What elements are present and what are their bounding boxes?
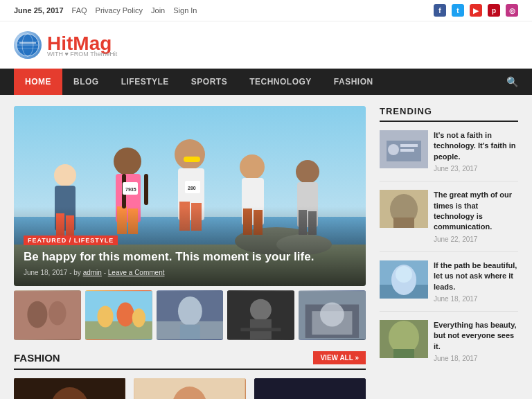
logo[interactable]: HitMag WITH ♥ FROM ThemeHit <box>14 31 117 59</box>
trending-content-2: The great myth of our times is that tech… <box>434 190 518 243</box>
svg-rect-81 <box>400 144 418 147</box>
top-bar: June 25, 2017 FAQ Privacy Policy Join Si… <box>0 0 532 21</box>
svg-rect-38 <box>14 291 81 339</box>
trending-section-title: TRENDING <box>380 106 518 122</box>
svg-point-43 <box>97 305 113 327</box>
fashion-item-2: Everything has beauty, but not everyone … <box>134 378 245 399</box>
trending-item-3: If the path be beautiful, let us not ask… <box>380 260 518 312</box>
trending-item-2: The great myth of our times is that tech… <box>380 190 518 252</box>
svg-rect-82 <box>400 149 414 152</box>
thumb-item-4[interactable] <box>227 290 294 340</box>
faq-link[interactable]: FAQ <box>72 6 87 15</box>
svg-point-30 <box>296 160 319 184</box>
svg-point-91 <box>389 321 419 354</box>
svg-point-48 <box>178 296 202 326</box>
trending-item-1: It's not a faith in technology. It's fai… <box>380 130 518 181</box>
svg-point-51 <box>250 299 272 321</box>
trending-content-4: Everything has beauty, but not everyone … <box>434 320 518 362</box>
svg-point-57 <box>320 303 344 327</box>
trending-thumb-2 <box>380 190 428 228</box>
svg-point-26 <box>240 154 265 179</box>
fashion-grid: Everything has beauty, but not everyone … <box>14 378 366 399</box>
thumb-item-1[interactable] <box>14 290 81 340</box>
navigation: HOME BLOG LIFESTYLE SPORTS TECHNOLOGY FA… <box>0 69 532 95</box>
twitter-icon[interactable]: t <box>452 4 464 17</box>
nav-sports[interactable]: SPORTS <box>180 69 238 95</box>
nav-items: HOME BLOG LIFESTYLE SPORTS TECHNOLOGY FA… <box>14 69 384 95</box>
trending-title-1[interactable]: It's not a faith in technology. It's fai… <box>434 130 518 162</box>
svg-point-89 <box>396 266 412 283</box>
trending-title-2[interactable]: The great myth of our times is that tech… <box>434 190 518 233</box>
hero-meta: June 18, 2017 - by admin - Leave a Comme… <box>24 269 356 276</box>
hero-image: 7935 280 FEATURED / LIFESTYLE Be happy f… <box>14 106 366 286</box>
svg-point-40 <box>48 301 66 326</box>
trending-date-4: June 18, 2017 <box>434 355 518 362</box>
svg-point-39 <box>27 301 47 328</box>
search-icon[interactable]: 🔍 <box>506 76 518 87</box>
section-header: FASHION VIEW ALL » <box>14 351 366 370</box>
thumb-item-5[interactable] <box>299 290 366 340</box>
trending-item-4: Everything has beauty, but not everyone … <box>380 320 518 371</box>
hero-date: June 18, 2017 <box>24 269 67 276</box>
thumbnail-strip <box>14 290 366 340</box>
view-all-button[interactable]: VIEW ALL » <box>313 351 366 364</box>
trending-content-3: If the path be beautiful, let us not ask… <box>434 260 518 303</box>
svg-rect-53 <box>241 328 281 331</box>
svg-rect-85 <box>393 218 414 228</box>
fashion-image-2 <box>134 378 245 399</box>
top-bar-left: June 25, 2017 FAQ Privacy Policy Join Si… <box>14 6 197 15</box>
nav-lifestyle[interactable]: LIFESTYLE <box>110 69 180 95</box>
logo-globe-icon <box>14 31 42 59</box>
nav-blog[interactable]: BLOG <box>62 69 110 95</box>
svg-rect-92 <box>393 349 414 358</box>
thumb-item-2[interactable] <box>85 290 152 340</box>
nav-fashion[interactable]: FASHION <box>323 69 384 95</box>
nav-home[interactable]: HOME <box>14 69 62 95</box>
trending-content-1: It's not a faith in technology. It's fai… <box>434 130 518 172</box>
privacy-link[interactable]: Privacy Policy <box>96 6 143 15</box>
facebook-icon[interactable]: f <box>434 4 446 17</box>
signin-link[interactable]: Sign In <box>173 6 197 15</box>
trending-date-2: June 22, 2017 <box>434 236 518 243</box>
fashion-item-3: Advertise Here <box>254 378 366 399</box>
svg-point-15 <box>114 148 141 175</box>
svg-text:280: 280 <box>188 186 196 190</box>
date: June 25, 2017 <box>14 6 64 15</box>
social-icons: f t ▶ p ◎ <box>434 4 518 17</box>
fashion-section: FASHION VIEW ALL » <box>14 351 366 399</box>
sidebar: TRENDING It's not a faith in technology.… <box>380 106 518 399</box>
hero-author[interactable]: admin <box>83 269 102 276</box>
svg-rect-25 <box>184 157 200 162</box>
fashion-section-title: FASHION <box>14 352 60 364</box>
thumb-item-3[interactable] <box>157 290 224 340</box>
svg-point-11 <box>54 164 76 186</box>
fashion-image-1 <box>14 378 125 399</box>
hero-comment[interactable]: Leave a Comment <box>108 269 165 276</box>
pinterest-icon[interactable]: p <box>488 4 500 17</box>
youtube-icon[interactable]: ▶ <box>470 4 482 17</box>
hero-featured: 7935 280 FEATURED / LIFESTYLE Be happy f… <box>14 106 366 286</box>
join-link[interactable]: Join <box>151 6 165 15</box>
svg-point-21 <box>175 139 205 170</box>
main-container: 7935 280 FEATURED / LIFESTYLE Be happy f… <box>0 95 532 399</box>
hero-title: Be happy for this moment. This moment is… <box>24 249 356 265</box>
trending-thumb-1 <box>380 130 428 168</box>
header: HitMag WITH ♥ FROM ThemeHit <box>0 21 532 69</box>
trending-title-4[interactable]: Everything has beauty, but not everyone … <box>434 320 518 352</box>
trending-title-3[interactable]: If the path be beautiful, let us not ask… <box>434 260 518 292</box>
trending-date-1: June 23, 2017 <box>434 165 518 172</box>
svg-text:7935: 7935 <box>125 187 136 192</box>
hero-badge: FEATURED / LIFESTYLE <box>24 236 118 245</box>
main-content: 7935 280 FEATURED / LIFESTYLE Be happy f… <box>14 106 366 399</box>
hero-overlay: FEATURED / LIFESTYLE Be happy for this m… <box>14 206 366 286</box>
trending-thumb-3 <box>380 260 428 299</box>
instagram-icon[interactable]: ◎ <box>506 4 518 17</box>
nav-technology[interactable]: TECHNOLOGY <box>238 69 323 95</box>
trending-date-3: June 18, 2017 <box>434 295 518 303</box>
svg-point-44 <box>116 303 134 327</box>
svg-rect-49 <box>179 325 200 339</box>
svg-rect-68 <box>254 378 366 399</box>
trending-thumb-4 <box>380 320 428 358</box>
advertise-box[interactable]: Advertise Here <box>254 378 366 399</box>
svg-point-80 <box>388 144 399 155</box>
